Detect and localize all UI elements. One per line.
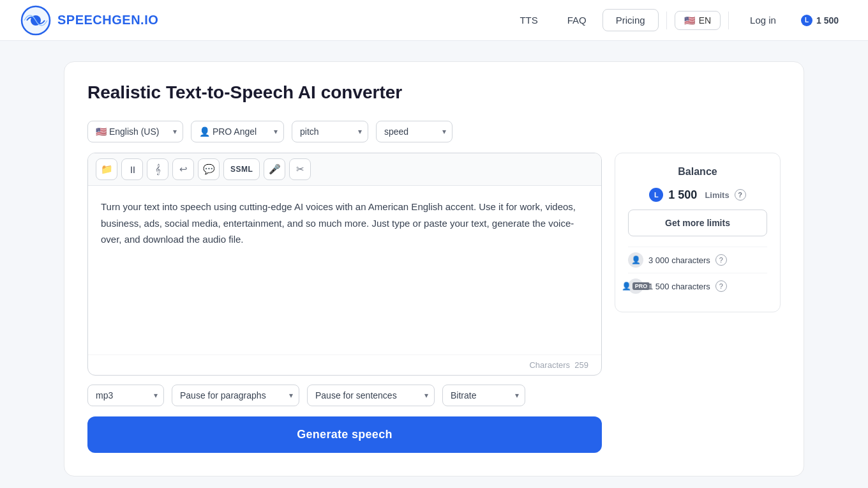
pro-char-count: 1 500 characters: [648, 282, 710, 291]
editor-layout: 📁 ⏸ 𝄞 ↩ 💬: [87, 153, 781, 453]
voice-select[interactable]: 👤 PRO Angel 👤 PRO Emma 👤 PRO John: [191, 121, 284, 142]
voice-add-button[interactable]: 🎤: [264, 158, 285, 180]
nav-pricing[interactable]: Pricing: [602, 9, 659, 31]
balance-amount-display: L 1 500 Limits ?: [628, 188, 767, 202]
nav-tts[interactable]: TTS: [506, 9, 551, 31]
pause-icon: ⏸: [128, 164, 137, 175]
balance-circle-icon: L: [649, 188, 663, 202]
lang-label: EN: [699, 15, 711, 26]
pro-user-icon: 👤PRO: [628, 278, 643, 294]
comment-button[interactable]: 💬: [198, 158, 220, 180]
nav-faq[interactable]: FAQ: [554, 9, 600, 31]
limits-label: Limits: [705, 190, 729, 200]
nav-divider: [666, 11, 667, 29]
balance-icon: L: [801, 15, 812, 26]
language-select-wrap: 🇺🇸 English (US) 🇬🇧 English (UK) 🇩🇪 Germa…: [87, 121, 183, 142]
bitrate-select[interactable]: Bitrate 32kbps 64kbps 128kbps 192kbps: [442, 385, 525, 406]
nav-links: TTS FAQ Pricing 🇺🇸 EN Log in L 1 500: [506, 9, 848, 31]
free-help-icon[interactable]: ?: [715, 254, 727, 266]
limits-help-icon[interactable]: ?: [735, 189, 746, 201]
pause-sentences-select[interactable]: Pause for sentences No pause Short pause…: [307, 385, 435, 406]
logo-text: SPEECHGEN.IO: [57, 13, 158, 27]
balance-amount: 1 500: [816, 15, 839, 26]
voice-select-wrap: 👤 PRO Angel 👤 PRO Emma 👤 PRO John ▾: [191, 121, 284, 142]
balance-title: Balance: [628, 166, 767, 178]
balance-section: Balance L 1 500 Limits ? Get more limits…: [615, 153, 781, 453]
ssml-label: SSML: [230, 165, 253, 174]
format-select[interactable]: mp3 wav ogg: [87, 385, 164, 406]
effect-button[interactable]: 𝄞: [147, 158, 168, 180]
get-more-limits-button[interactable]: Get more limits: [628, 210, 767, 236]
pause-sent-select-wrap: Pause for sentences No pause Short pause…: [307, 385, 435, 406]
free-character-row: 👤 3 000 characters ?: [628, 247, 767, 273]
language-select[interactable]: 🇺🇸 English (US) 🇬🇧 English (UK) 🇩🇪 Germa…: [87, 121, 183, 142]
nav-divider-2: [728, 11, 729, 29]
generate-speech-button[interactable]: Generate speech: [87, 416, 602, 453]
pitch-select-wrap: pitch Low Medium High ▾: [292, 121, 368, 142]
balance-card: Balance L 1 500 Limits ? Get more limits…: [615, 153, 781, 312]
main-card: Realistic Text-to-Speech AI converter 🇺🇸…: [64, 61, 804, 477]
format-select-wrap: mp3 wav ogg ▾: [87, 385, 164, 406]
comment-icon: 💬: [203, 164, 215, 175]
folder-icon: 📁: [101, 164, 113, 175]
flag-icon: 🇺🇸: [684, 15, 695, 26]
login-button[interactable]: Log in: [737, 9, 789, 31]
pro-help-icon[interactable]: ?: [715, 280, 727, 292]
page-title: Realistic Text-to-Speech AI converter: [87, 82, 781, 103]
microphone-icon: 🎤: [269, 164, 281, 175]
format-row: mp3 wav ogg ▾ Pause for paragraphs No pa…: [87, 385, 602, 406]
language-switcher[interactable]: 🇺🇸 EN: [675, 11, 721, 30]
free-user-icon: 👤: [628, 252, 643, 268]
characters-label: Characters: [529, 360, 570, 370]
balance-value: 1 500: [668, 188, 697, 202]
main-wrapper: Realistic Text-to-Speech AI converter 🇺🇸…: [51, 41, 817, 488]
scissors-icon: ✂: [296, 164, 304, 175]
undo-button[interactable]: ↩: [172, 158, 194, 180]
controls-row: 🇺🇸 English (US) 🇬🇧 English (UK) 🇩🇪 Germa…: [87, 121, 781, 142]
speed-select[interactable]: speed 0.5x 1x 1.5x 2x: [376, 121, 453, 142]
editor-toolbar: 📁 ⏸ 𝄞 ↩ 💬: [88, 153, 601, 186]
open-file-button[interactable]: 📁: [96, 158, 117, 180]
pitch-select[interactable]: pitch Low Medium High: [292, 121, 368, 142]
effect-icon: 𝄞: [155, 164, 161, 175]
balance-display[interactable]: L 1 500: [792, 11, 848, 30]
bitrate-select-wrap: Bitrate 32kbps 64kbps 128kbps 192kbps ▾: [442, 385, 525, 406]
pause-paragraphs-select[interactable]: Pause for paragraphs No pause Short paus…: [172, 385, 299, 406]
speed-select-wrap: speed 0.5x 1x 1.5x 2x ▾: [376, 121, 453, 142]
undo-icon: ↩: [179, 164, 188, 175]
logo-link[interactable]: SPEECHGEN.IO: [20, 5, 158, 36]
ssml-button[interactable]: SSML: [223, 158, 260, 180]
text-input[interactable]: Turn your text into speech using cutting…: [88, 186, 601, 352]
editor-section: 📁 ⏸ 𝄞 ↩ 💬: [87, 153, 602, 453]
editor-box: 📁 ⏸ 𝄞 ↩ 💬: [87, 153, 602, 376]
pause-button[interactable]: ⏸: [121, 158, 143, 180]
pause-para-select-wrap: Pause for paragraphs No pause Short paus…: [172, 385, 299, 406]
editor-footer: Characters 259: [88, 355, 601, 375]
pro-character-row: 👤PRO 1 500 characters ?: [628, 273, 767, 299]
navbar: SPEECHGEN.IO TTS FAQ Pricing 🇺🇸 EN Log i…: [0, 0, 868, 41]
character-count: 259: [574, 360, 588, 370]
free-char-count: 3 000 characters: [648, 255, 710, 265]
scissors-button[interactable]: ✂: [289, 158, 311, 180]
